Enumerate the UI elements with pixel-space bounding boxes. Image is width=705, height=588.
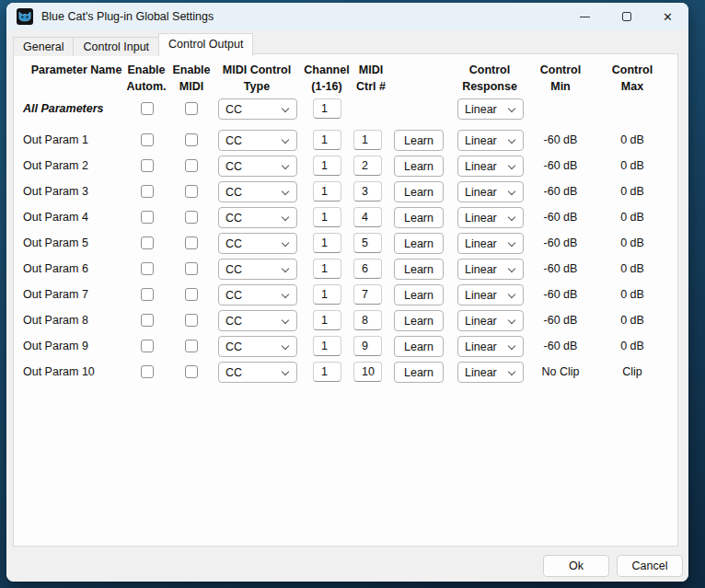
enable-autom-checkbox[interactable] <box>141 365 154 378</box>
midi-ctrl-input[interactable] <box>353 130 382 150</box>
param-name: All Parameters <box>23 96 104 121</box>
column-header-control-min: Control Min <box>540 62 581 95</box>
channel-input[interactable] <box>313 336 341 356</box>
midi-ctrl-input[interactable] <box>353 233 382 253</box>
enable-midi-checkbox[interactable] <box>185 262 198 275</box>
channel-input[interactable] <box>313 98 341 119</box>
control-response-value: Linear <box>465 186 497 199</box>
chevron-down-icon <box>508 105 515 112</box>
param-name: Out Param 8 <box>23 307 88 333</box>
midi-control-type-select[interactable]: CC <box>218 362 297 383</box>
midi-ctrl-input[interactable] <box>353 362 382 382</box>
enable-autom-checkbox[interactable] <box>141 185 154 198</box>
control-max-value: Clip <box>586 359 678 385</box>
midi-control-type-value: CC <box>225 315 242 328</box>
chevron-down-icon <box>282 317 289 324</box>
enable-autom-checkbox[interactable] <box>141 262 154 275</box>
midi-control-type-select[interactable]: CC <box>218 156 297 177</box>
channel-input[interactable] <box>313 259 341 279</box>
midi-control-type-select[interactable]: CC <box>218 284 297 306</box>
enable-midi-checkbox[interactable] <box>185 102 198 115</box>
ok-button[interactable]: Ok <box>543 555 609 577</box>
channel-input[interactable] <box>313 181 341 202</box>
channel-input[interactable] <box>313 284 341 305</box>
control-max-value: 0 dB <box>586 179 678 204</box>
chevron-down-icon <box>282 291 289 298</box>
cancel-button[interactable]: Cancel <box>617 555 683 577</box>
learn-button[interactable]: Learn <box>394 156 444 177</box>
enable-autom-checkbox[interactable] <box>141 102 154 115</box>
channel-input[interactable] <box>313 310 341 330</box>
table-row: Out Param 6 CC Learn Linear -60 dB 0 dB <box>14 256 677 282</box>
control-response-value: Linear <box>465 103 497 116</box>
midi-control-type-select[interactable]: CC <box>218 130 297 151</box>
enable-midi-checkbox[interactable] <box>185 211 198 224</box>
learn-button[interactable]: Learn <box>394 233 444 254</box>
enable-autom-checkbox[interactable] <box>141 288 154 301</box>
channel-input[interactable] <box>313 233 341 253</box>
midi-control-type-select[interactable]: CC <box>218 233 297 254</box>
learn-button[interactable]: Learn <box>394 310 444 331</box>
enable-midi-checkbox[interactable] <box>185 159 198 172</box>
minimize-icon <box>580 17 590 17</box>
enable-midi-checkbox[interactable] <box>185 133 198 146</box>
midi-control-type-value: CC <box>225 366 242 379</box>
midi-control-type-select[interactable]: CC <box>218 310 297 331</box>
midi-ctrl-input[interactable] <box>353 156 382 176</box>
enable-midi-checkbox[interactable] <box>185 340 198 352</box>
control-max-value: 0 dB <box>586 307 678 333</box>
param-name: Out Param 3 <box>23 179 88 204</box>
enable-midi-checkbox[interactable] <box>185 314 198 327</box>
midi-ctrl-input[interactable] <box>353 207 382 227</box>
tab-general[interactable]: General <box>13 37 74 56</box>
enable-autom-checkbox[interactable] <box>141 314 154 327</box>
midi-control-type-select[interactable]: CC <box>218 98 297 120</box>
channel-input[interactable] <box>313 362 341 382</box>
learn-button[interactable]: Learn <box>394 259 444 280</box>
enable-midi-checkbox[interactable] <box>185 288 198 301</box>
learn-button[interactable]: Learn <box>394 207 444 228</box>
enable-autom-checkbox[interactable] <box>141 133 154 146</box>
control-response-value: Linear <box>465 160 497 173</box>
midi-control-type-select[interactable]: CC <box>218 259 297 280</box>
enable-midi-checkbox[interactable] <box>185 365 198 378</box>
midi-control-type-select[interactable]: CC <box>218 336 297 357</box>
channel-input[interactable] <box>313 207 341 227</box>
maximize-button[interactable] <box>606 3 647 30</box>
control-response-select[interactable]: Linear <box>457 98 524 120</box>
midi-control-type-value: CC <box>225 212 242 225</box>
dialog-client-area: General Control Input Control Output Par… <box>6 30 688 582</box>
channel-input[interactable] <box>313 156 341 176</box>
midi-control-type-value: CC <box>225 186 242 199</box>
enable-midi-checkbox[interactable] <box>185 185 198 198</box>
control-response-value: Linear <box>465 237 497 250</box>
chevron-down-icon <box>282 239 289 247</box>
minimize-button[interactable] <box>564 3 606 30</box>
enable-autom-checkbox[interactable] <box>141 159 154 172</box>
tab-control-output[interactable]: Control Output <box>158 33 253 56</box>
midi-ctrl-input[interactable] <box>353 310 382 330</box>
learn-button[interactable]: Learn <box>394 284 444 306</box>
table-row: Out Param 5 CC Learn Linear -60 dB 0 dB <box>14 230 677 256</box>
learn-button[interactable]: Learn <box>394 362 444 383</box>
midi-ctrl-input[interactable] <box>353 259 382 279</box>
midi-ctrl-input[interactable] <box>353 181 382 202</box>
enable-autom-checkbox[interactable] <box>141 236 154 249</box>
enable-midi-checkbox[interactable] <box>185 236 198 249</box>
channel-input[interactable] <box>313 130 341 150</box>
tab-control-input[interactable]: Control Input <box>73 37 159 56</box>
enable-autom-checkbox[interactable] <box>141 340 154 352</box>
learn-button[interactable]: Learn <box>394 336 444 357</box>
param-name: Out Param 2 <box>23 153 88 179</box>
midi-control-type-select[interactable]: CC <box>218 207 297 228</box>
close-button[interactable]: ✕ <box>647 3 688 30</box>
midi-ctrl-input[interactable] <box>353 336 382 356</box>
learn-button[interactable]: Learn <box>394 130 444 151</box>
table-row: Out Param 2 CC Learn Linear -60 dB 0 dB <box>14 153 677 179</box>
control-response-value: Linear <box>465 263 497 276</box>
midi-ctrl-input[interactable] <box>353 284 382 305</box>
table-row: Out Param 8 CC Learn Linear -60 dB 0 dB <box>14 307 677 333</box>
learn-button[interactable]: Learn <box>394 181 444 202</box>
midi-control-type-select[interactable]: CC <box>218 181 297 202</box>
enable-autom-checkbox[interactable] <box>141 211 154 224</box>
